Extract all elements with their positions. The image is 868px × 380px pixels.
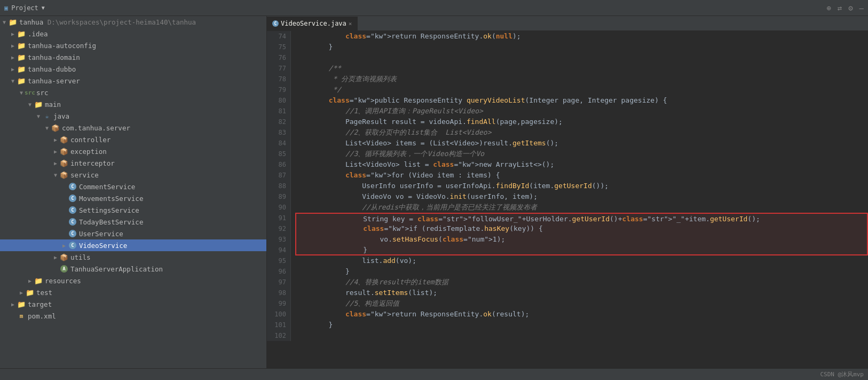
line-number: 76: [271, 52, 286, 63]
tree-item-TodayBestService[interactable]: CTodayBestService: [0, 216, 266, 228]
tree-item-CommentService[interactable]: CCommentService: [0, 181, 266, 192]
tree-item-utils[interactable]: ▶📦utils: [0, 251, 266, 263]
tree-item-target[interactable]: ▶📁target: [0, 298, 266, 310]
tree-item-test[interactable]: ▶📁test: [0, 286, 266, 298]
tree-item-interceptor[interactable]: ▶📦interceptor: [0, 157, 266, 169]
tree-arrow-tanhua-dubbo[interactable]: ▶: [9, 66, 17, 72]
tree-item-tanhua-dubbo[interactable]: ▶📁tanhua-dubbo: [0, 63, 266, 75]
tree-icon-package: 📦: [60, 159, 68, 167]
tree-item-pom.xml[interactable]: mpom.xml: [0, 310, 266, 322]
tree-icon-module: 📁: [17, 41, 26, 50]
tree-icon-package: 📦: [60, 147, 68, 156]
tree-item-TanhuaServerApplication[interactable]: ATanhuaServerApplication: [0, 263, 266, 275]
tree-item-src[interactable]: ▼srcsrc: [0, 87, 266, 98]
code-line-91: String key = class="str">"followUser_"+U…: [295, 213, 868, 223]
tree-item-service[interactable]: ▼📦service: [0, 169, 266, 181]
tree-arrow-com.tanhua.server[interactable]: ▼: [43, 125, 51, 131]
code-line-75: }: [295, 42, 868, 52]
tree-item-exception[interactable]: ▶📦exception: [0, 145, 266, 157]
sync-icon[interactable]: ⊕: [826, 4, 831, 12]
tree-label-MovementsService: MovementsService: [79, 195, 143, 203]
line-number: 78: [271, 74, 286, 84]
tree-label-idea: .idea: [28, 30, 48, 38]
code-lines: class="kw">return ResponseEntity.ok(null…: [291, 31, 868, 341]
tree-arrow-interceptor[interactable]: ▶: [51, 160, 60, 166]
project-label[interactable]: Project: [11, 4, 38, 12]
tree-arrow-service[interactable]: ▼: [51, 172, 60, 178]
tree-label-test: test: [36, 289, 52, 297]
line-number: 98: [271, 288, 286, 298]
line-number: 84: [271, 138, 286, 149]
tree-item-resources[interactable]: ▶📁resources: [0, 275, 266, 286]
line-number: 82: [271, 117, 286, 127]
tree-item-idea[interactable]: ▶📁.idea: [0, 28, 266, 40]
tab-VideoService[interactable]: CVideoService.java×: [267, 17, 358, 30]
tree-item-tanhua[interactable]: ▼📁tanhua D:\workspaces\project-heima140\…: [0, 16, 266, 28]
tree-arrow-tanhua-domain[interactable]: ▶: [9, 55, 17, 60]
code-line-102: [295, 330, 868, 341]
project-icon: ▣: [4, 4, 8, 12]
tree-arrow-exception[interactable]: ▶: [51, 149, 60, 154]
code-line-87: class="kw">for (Video item : items) {: [295, 170, 868, 181]
code-line-89: VideoVo vo = VideoVo.init(userInfo, item…: [295, 191, 868, 202]
tree-label-src: src: [36, 89, 49, 97]
code-line-79: */: [295, 84, 868, 95]
tree-arrow-test[interactable]: ▶: [17, 290, 26, 296]
status-bar: CSDN @沐风mvp: [0, 368, 868, 380]
tree-arrow-controller[interactable]: ▶: [51, 137, 60, 143]
tree-arrow-resources[interactable]: ▶: [26, 278, 34, 284]
tree-item-SettingsService[interactable]: CSettingsService: [0, 204, 266, 216]
tree-arrow-tanhua-server[interactable]: ▼: [9, 78, 17, 84]
code-line-86: List<VideoVo> list = class="kw">new Arra…: [295, 159, 868, 170]
line-number: 100: [271, 309, 286, 320]
tree-label-tanhua: tanhua D:\workspaces\project-heima140\ta…: [19, 18, 196, 26]
tree-item-tanhua-server[interactable]: ▼📁tanhua-server: [0, 75, 266, 87]
tree-icon-module: 📁: [17, 65, 26, 73]
tree-label-tanhua-dubbo: tanhua-dubbo: [28, 65, 76, 73]
line-number: 77: [271, 63, 286, 74]
tree-arrow-tanhua[interactable]: ▼: [0, 19, 9, 25]
tree-label-com.tanhua.server: com.tanhua.server: [62, 124, 130, 132]
tree-label-pom.xml: pom.xml: [28, 312, 56, 320]
status-right: CSDN @沐风mvp: [820, 370, 864, 378]
tree-icon-package: 📦: [51, 123, 60, 132]
tree-item-UserService[interactable]: CUserService: [0, 228, 266, 239]
tab-bar: CVideoService.java×: [267, 16, 868, 31]
tree-icon-module: 📁: [17, 76, 26, 85]
code-editor[interactable]: 7475767778798081828384858687888990919293…: [267, 31, 868, 368]
tree-arrow-main[interactable]: ▼: [26, 102, 34, 107]
tree-arrow-utils[interactable]: ▶: [51, 254, 60, 260]
tree-label-tanhua-server: tanhua-server: [28, 77, 80, 85]
line-number: 87: [271, 170, 286, 181]
tree-item-VideoService[interactable]: ▶CVideoService: [0, 239, 266, 251]
dropdown-icon[interactable]: ▼: [42, 5, 45, 11]
code-line-74: class="kw">return ResponseEntity.ok(null…: [295, 31, 868, 42]
tree-item-tanhua-autoconfig[interactable]: ▶📁tanhua-autoconfig: [0, 40, 266, 51]
code-line-95: list.add(vo);: [295, 255, 868, 266]
tree-item-java[interactable]: ▼☕java: [0, 110, 266, 122]
tree-label-resources: resources: [45, 277, 81, 285]
tree-arrow-java[interactable]: ▼: [34, 113, 43, 119]
tree-item-controller[interactable]: ▶📦controller: [0, 134, 266, 145]
tree-icon-class: C: [68, 218, 77, 226]
settings-icon[interactable]: ⚙: [848, 4, 853, 12]
tab-close-icon[interactable]: ×: [349, 20, 352, 27]
line-number: 96: [271, 266, 286, 277]
tree-item-tanhua-domain[interactable]: ▶📁tanhua-domain: [0, 51, 266, 63]
tree-item-com.tanhua.server[interactable]: ▼📦com.tanhua.server: [0, 122, 266, 134]
tree-arrow-target[interactable]: ▶: [9, 301, 17, 307]
tree-item-main[interactable]: ▼📁main: [0, 98, 266, 110]
minimize-icon[interactable]: —: [859, 4, 864, 12]
tree-arrow-idea[interactable]: ▶: [9, 31, 17, 37]
sidebar: ▼📁tanhua D:\workspaces\project-heima140\…: [0, 16, 267, 368]
transfer-icon[interactable]: ⇄: [838, 4, 842, 12]
tab-label: VideoService.java: [281, 20, 346, 27]
code-line-98: result.setItems(list);: [295, 288, 868, 298]
tree-item-MovementsService[interactable]: CMovementsService: [0, 192, 266, 204]
tree-label-TanhuaServerApplication: TanhuaServerApplication: [70, 265, 163, 273]
tree-arrow-tanhua-autoconfig[interactable]: ▶: [9, 43, 17, 49]
main-layout: ▼📁tanhua D:\workspaces\project-heima140\…: [0, 16, 868, 368]
line-number: 88: [271, 181, 286, 191]
tree-label-tanhua-domain: tanhua-domain: [28, 53, 80, 61]
tree-arrow-VideoService[interactable]: ▶: [60, 243, 68, 249]
